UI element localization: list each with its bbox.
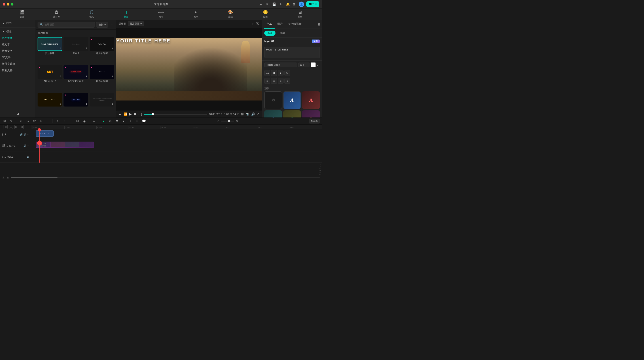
more-options-button[interactable]: ··· xyxy=(110,23,114,27)
video-track-volume-icon[interactable]: 🔊 xyxy=(24,145,26,147)
search-box[interactable]: 🔍 搜尋標題 xyxy=(38,22,95,28)
toolbar-transitions[interactable]: ⟷ 轉場 xyxy=(156,10,166,18)
mark-in-button[interactable]: { xyxy=(138,113,139,116)
layout-icon[interactable]: ⊞ xyxy=(292,2,296,6)
avatar[interactable]: 👤 xyxy=(299,1,304,7)
audio-button[interactable]: 🔊 xyxy=(251,112,255,116)
tab-tts[interactable]: 文字轉語音 xyxy=(285,20,304,29)
template-basic1[interactable]: Lorem ipsum + 基本 1 xyxy=(64,37,88,64)
sidebar-item-popular[interactable]: 熱門推薦 xyxy=(0,35,36,41)
preset-a5[interactable]: A xyxy=(302,110,320,118)
export-button[interactable]: 匯出 ▾ xyxy=(306,1,319,7)
add-track-button-4[interactable]: ⊞ xyxy=(20,125,24,129)
template-holiday12[interactable]: ♥ ART + 节日标题 12 xyxy=(38,65,62,92)
template-epicglow[interactable]: ♥ Epic Glow ⬇ xyxy=(64,93,88,116)
template-typing09[interactable]: ♥ Typing Title. ⬇ 键入标题 09 xyxy=(90,37,114,64)
font-size-select[interactable]: 80 ▾ xyxy=(298,62,310,67)
template-lorem[interactable]: Lorem ipsum dolor sit amet consectetur a… xyxy=(90,93,114,116)
voiceover-button[interactable]: 🎙 xyxy=(121,119,126,124)
speed-button[interactable]: ↕ xyxy=(62,119,67,124)
align-justify-button[interactable]: ≡ xyxy=(284,78,290,84)
template-default[interactable]: YOUR TITLE HERE + 默认标题 xyxy=(38,37,62,64)
track-visible-icon[interactable]: 👁 xyxy=(27,133,29,136)
mark-out-button[interactable]: } xyxy=(141,113,142,116)
toolbar-filters[interactable]: 🎨 濾鏡 xyxy=(226,10,235,18)
record-button[interactable]: ● xyxy=(101,119,106,124)
format-underline-button[interactable]: U xyxy=(284,70,290,76)
select-tool-button[interactable]: ↖ xyxy=(9,119,14,124)
panel-collapse-icon[interactable]: ⊟ xyxy=(318,22,320,26)
video-clip[interactable]: 正常 1.00× 我的影片22 xyxy=(36,142,94,148)
horizontal-scrollbar[interactable] xyxy=(11,177,320,178)
audio-detach-button[interactable]: ↕ xyxy=(55,119,60,124)
preset-none[interactable]: ⊘ xyxy=(264,91,282,109)
video-track-visible-icon[interactable]: 👁 xyxy=(27,145,29,147)
export-frame-button[interactable]: ⊞ xyxy=(241,112,244,116)
mask-button[interactable]: ◈ xyxy=(82,119,87,124)
sidebar-item-3d[interactable]: 3D文字 xyxy=(0,54,36,61)
step-back-button[interactable]: ⏪ xyxy=(124,112,127,116)
my-section-header[interactable]: ▶ 我的 xyxy=(0,20,36,26)
add-track-button-1[interactable]: ⊞ xyxy=(4,125,8,129)
grid-icon[interactable]: ⊞ xyxy=(252,22,254,26)
sub-tab-basic[interactable]: 基礎 xyxy=(264,31,276,36)
sidebar-item-special[interactable]: 特效文字 xyxy=(0,48,36,54)
toolbar-media[interactable]: 🎬 媒體 xyxy=(18,10,26,18)
ai-tools-button[interactable]: ⚙ xyxy=(108,119,113,124)
share-icon[interactable]: ↑ xyxy=(252,2,256,6)
image-icon[interactable]: 🖼 xyxy=(256,22,260,26)
toolbar-audio[interactable]: 🎵 音訊 xyxy=(87,10,96,18)
toolbar-library[interactable]: 🖼 素材庫 xyxy=(52,10,61,18)
zoom-in-icon[interactable]: ⊕ xyxy=(236,120,238,123)
eye-dropper-icon[interactable]: 🖋 xyxy=(317,63,320,66)
music-button[interactable]: ♪ xyxy=(128,119,133,124)
tab-video[interactable]: 影片 xyxy=(274,20,285,29)
template-particle01[interactable]: ♥ Pa●●● ⬇ 粒子标题 01 xyxy=(90,65,114,92)
cut-button[interactable]: ✂ xyxy=(39,119,44,124)
sidebar-item-captions[interactable]: 標題字幕條 xyxy=(0,61,36,67)
format-italic-button[interactable]: I xyxy=(278,70,284,76)
sub-tab-animation[interactable]: 動畫 xyxy=(277,31,288,36)
progress-bar[interactable] xyxy=(144,114,207,115)
text-tool-button[interactable]: T xyxy=(68,119,73,124)
format-spacing-button[interactable]: ⟺ xyxy=(264,70,270,76)
redo-button[interactable]: ↪ xyxy=(25,119,30,124)
skip-back-button[interactable]: ⏮ xyxy=(118,112,122,116)
track-volume-icon[interactable]: 🔊 xyxy=(24,133,26,136)
maximize-button[interactable] xyxy=(11,3,14,5)
play-button[interactable]: ▶ xyxy=(129,112,132,116)
marker-button[interactable]: ⚑ xyxy=(114,119,120,124)
zoom-slider[interactable] xyxy=(221,121,234,122)
notification-icon[interactable]: 🔔 xyxy=(285,2,290,6)
title-clip[interactable]: T YOUR TITL... xyxy=(36,130,54,137)
minimize-button[interactable] xyxy=(7,3,10,5)
preset-a1[interactable]: A xyxy=(283,91,301,109)
template-glow03[interactable]: ♥ GLOW TEXT ⬇ 辉光光束文本 03 xyxy=(64,65,88,92)
quality-select[interactable]: 最高品質 ▾ xyxy=(128,21,144,26)
preset-a2[interactable]: A xyxy=(302,91,320,109)
undo-button[interactable]: ↩ xyxy=(18,119,24,124)
add-track-button-2[interactable]: ⊞ xyxy=(9,125,13,129)
indicator-button[interactable]: 指示器 xyxy=(309,119,320,124)
sidebar-collapse-btn[interactable]: ◀ xyxy=(16,112,19,116)
sidebar-item-plain[interactable]: 純文本 xyxy=(0,41,36,48)
text-content-input[interactable]: YOUR TITLE HERE xyxy=(264,47,320,58)
screenshot-button[interactable]: 📷 xyxy=(246,112,249,116)
preset-a4[interactable]: A xyxy=(283,110,301,118)
preset-a3[interactable]: A xyxy=(264,110,282,118)
crop-button[interactable]: ⊡ xyxy=(75,119,80,124)
toolbar-titles[interactable]: T 標題 xyxy=(122,10,130,18)
split-view-button[interactable]: ⊞ xyxy=(2,119,7,124)
align-right-button[interactable]: ≡ xyxy=(278,78,284,84)
fullscreen-button[interactable]: ⤢ xyxy=(257,112,260,116)
ai-button[interactable]: ✦ AI xyxy=(312,39,320,43)
save-icon[interactable]: 💾 xyxy=(272,2,276,6)
template-radiate[interactable]: RADIATE ⬇ xyxy=(38,93,62,116)
more-tools-button[interactable]: » xyxy=(92,119,96,124)
monitor-icon[interactable]: 🖥 xyxy=(265,2,270,6)
delete-button[interactable]: 🗑 xyxy=(32,119,37,124)
download-icon[interactable]: ⬇ xyxy=(278,2,283,6)
align-center-button[interactable]: ≡ xyxy=(271,78,277,84)
text-color-swatch[interactable] xyxy=(311,62,316,67)
pip-button[interactable]: ⊞ xyxy=(134,119,140,124)
